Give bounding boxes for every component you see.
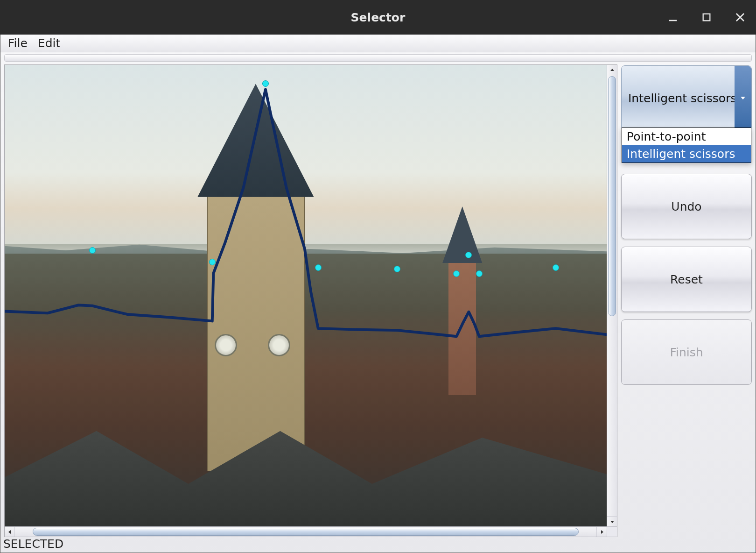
maximize-button[interactable] [698,9,715,26]
tool-dropdown-label: Intelligent scissors [628,92,736,105]
finish-label: Finish [670,346,703,359]
window-controls [665,0,749,35]
titlebar[interactable]: Selector [0,0,756,35]
tool-option-point-to-point[interactable]: Point-to-point [622,128,751,145]
status-text: SELECTED [3,537,63,551]
tool-dropdown-list[interactable]: Point-to-point Intelligent scissors [622,128,751,163]
scroll-down-button[interactable] [607,516,617,526]
window-title: Selector [351,11,406,24]
side-panel: Intelligent scissors Point-to-point Inte… [621,64,752,537]
vertical-scroll-thumb[interactable] [608,76,616,316]
scroll-corner [607,526,617,537]
selection-node[interactable] [465,252,472,258]
scroll-left-button[interactable] [5,527,15,537]
selection-node[interactable] [476,270,483,277]
canvas-frame [4,64,617,537]
horizontal-scrollbar[interactable] [5,526,607,537]
selection-node[interactable] [262,80,269,87]
scroll-up-button[interactable] [607,65,617,75]
horizontal-scroll-thumb[interactable] [33,528,579,536]
image-placeholder [5,65,617,537]
client-area: File Edit [0,35,756,553]
chevron-up-icon [609,67,615,73]
tool-dropdown-caret[interactable] [735,66,751,130]
vertical-scrollbar[interactable] [607,65,617,526]
tool-option-intelligent-scissors[interactable]: Intelligent scissors [622,145,751,163]
app-window: Selector File Edit [0,0,756,553]
undo-button[interactable]: Undo [621,174,752,239]
svg-rect-1 [703,14,710,21]
reset-button[interactable]: Reset [621,247,752,312]
menu-file[interactable]: File [6,35,29,51]
selection-node[interactable] [315,264,322,271]
maximize-icon [701,12,712,22]
sky-region [5,65,617,244]
tool-dropdown[interactable]: Intelligent scissors Point-to-point Inte… [621,65,752,131]
workarea: Intelligent scissors Point-to-point Inte… [0,64,756,537]
clock-face-west [215,334,237,356]
toolbar-separator [4,54,752,62]
chevron-right-icon [599,529,605,535]
minimize-button[interactable] [665,9,681,26]
clock-face-east [268,334,290,356]
selection-node[interactable] [553,264,559,271]
canvas[interactable] [5,65,617,537]
clock-tower-body [207,188,305,471]
chevron-down-icon [740,95,746,101]
selection-node[interactable] [453,270,460,277]
finish-button[interactable]: Finish [621,319,752,385]
chevron-left-icon [7,529,13,535]
selection-node[interactable] [89,247,96,254]
chevron-down-icon [609,519,615,525]
small-tower-body [448,254,476,395]
close-button[interactable] [732,9,749,26]
menubar: File Edit [0,35,756,52]
menu-edit[interactable]: Edit [36,35,62,51]
svg-rect-0 [669,20,677,21]
selection-node[interactable] [209,259,216,265]
minimize-icon [668,12,678,22]
reset-label: Reset [670,273,703,286]
undo-label: Undo [671,200,701,213]
selection-node[interactable] [394,266,400,272]
scroll-right-button[interactable] [596,527,607,537]
close-icon [735,12,745,22]
status-bar: SELECTED [0,537,756,553]
